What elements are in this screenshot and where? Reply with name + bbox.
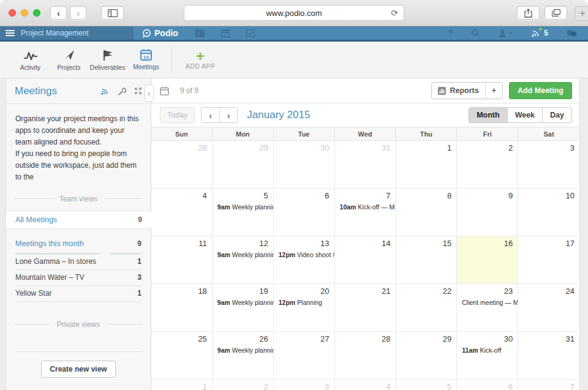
calendar-day-cell-25[interactable]: 25 (151, 332, 213, 380)
calendar-nav-icon[interactable] (221, 29, 230, 37)
workspace-switcher[interactable]: Project Management (0, 26, 134, 40)
reports-add-button[interactable]: + (485, 83, 502, 99)
calendar-day-cell-29-adjacent[interactable]: 29 (213, 141, 274, 189)
expand-icon[interactable] (134, 87, 142, 95)
calendar-day-cell-30-adjacent[interactable]: 30 (274, 141, 335, 189)
minimize-window-button[interactable] (21, 9, 28, 17)
add-meeting-button[interactable]: Add Meeting (509, 82, 572, 99)
podio-logo[interactable]: Podio (142, 26, 178, 40)
calendar-day-cell-31-adjacent[interactable]: 31 (335, 141, 396, 189)
calendar-day-cell-6-adjacent[interactable]: 6 (457, 380, 518, 390)
calendar-event[interactable]: 10am Kick-off — Mou (335, 203, 396, 211)
new-tab-button[interactable]: + (575, 6, 588, 21)
workspace-name[interactable]: Project Management (21, 29, 89, 37)
calendar-event[interactable]: 9am Weekly planning (213, 203, 273, 211)
close-window-button[interactable] (9, 9, 16, 17)
tasks-icon[interactable] (246, 29, 255, 37)
contacts-icon[interactable] (195, 29, 205, 37)
calendar-day-cell-21[interactable]: 21 (335, 284, 396, 332)
view-month-button[interactable]: Month (469, 108, 507, 122)
calendar-day-cell-22[interactable]: 22 (396, 284, 457, 332)
url-bar[interactable]: www.podio.com ⟳ (184, 5, 404, 21)
calendar-day-cell-10[interactable]: 10 (518, 189, 579, 236)
app-meetings[interactable]: 14 Meetings (127, 49, 165, 70)
follow-signal-icon[interactable] (100, 87, 110, 96)
calendar-event[interactable]: 11am Kick-off (457, 347, 518, 354)
calendar-day-cell-26[interactable]: 269am Weekly planning (213, 332, 274, 380)
sidebar-item-meetings-this-month[interactable]: Meetings this month 9 (15, 239, 141, 254)
sidebar-item-mountain-water[interactable]: Mountain Water – TV 3 (15, 270, 141, 286)
calendar-day-cell-29[interactable]: 29 (396, 332, 457, 380)
calendar-day-cell-15[interactable]: 15 (396, 236, 457, 284)
calendar-day-cell-6[interactable]: 6 (274, 189, 335, 236)
browser-forward-button[interactable]: › (70, 6, 86, 20)
share-button[interactable] (517, 6, 540, 20)
calendar-day-cell-28[interactable]: 28 (335, 332, 396, 380)
sidebar-collapse-tab[interactable]: ‹ (145, 84, 154, 102)
create-new-view-button[interactable]: Create new view (41, 361, 115, 378)
calendar-day-cell-31[interactable]: 31 (518, 332, 579, 380)
reload-icon[interactable]: ⟳ (391, 8, 398, 18)
today-button[interactable]: Today (160, 107, 195, 123)
calendar-day-cell-8[interactable]: 8 (396, 189, 457, 236)
calendar-day-cell-19[interactable]: 199am Weekly planning (213, 284, 274, 332)
app-deliverables[interactable]: Deliverables (88, 49, 127, 71)
calendar-day-cell-18[interactable]: 18 (151, 284, 213, 332)
chat-icon[interactable] (567, 29, 577, 37)
view-week-button[interactable]: Week (507, 108, 542, 122)
calendar-day-cell-1-adjacent[interactable]: 1 (151, 380, 213, 390)
calendar-event[interactable]: 9am Weekly planning (213, 347, 273, 354)
hamburger-icon[interactable] (6, 30, 15, 36)
zoom-window-button[interactable] (33, 9, 40, 17)
calendar-event[interactable]: 12pm Video shoot #1 (274, 251, 334, 258)
calendar-day-cell-3-adjacent[interactable]: 3 (274, 380, 335, 390)
help-icon[interactable]: ? (448, 28, 453, 38)
calendar-day-cell-14[interactable]: 14 (335, 236, 396, 284)
calendar-day-cell-23[interactable]: 23Client meeting — Mo (457, 284, 518, 332)
app-activity[interactable]: Activity (11, 49, 50, 71)
reports-button[interactable]: Reports (432, 83, 484, 99)
scrollbar-track[interactable] (579, 78, 588, 390)
calendar-day-cell-16[interactable]: 16 (457, 236, 518, 284)
next-month-button[interactable]: › (219, 108, 237, 122)
calendar-day-cell-3[interactable]: 3 (518, 141, 579, 189)
search-icon[interactable] (471, 29, 480, 37)
browser-back-button[interactable]: ‹ (50, 6, 67, 20)
calendar-day-cell-5-adjacent[interactable]: 5 (396, 380, 457, 390)
calendar-day-cell-17[interactable]: 17 (518, 236, 579, 284)
calendar-day-cell-4[interactable]: 4 (151, 189, 213, 236)
calendar-day-cell-7[interactable]: 710am Kick-off — Mou (335, 189, 396, 236)
calendar-view-icon[interactable] (160, 86, 169, 96)
view-day-button[interactable]: Day (542, 108, 571, 122)
calendar-day-cell-2[interactable]: 2 (457, 141, 518, 189)
calendar-event[interactable]: 9am Weekly planning (213, 251, 273, 258)
calendar-day-cell-1[interactable]: 1 (396, 141, 457, 189)
notifications-button[interactable]: 5 (531, 29, 548, 37)
calendar-day-cell-30[interactable]: 3011am Kick-off (457, 332, 518, 380)
tabs-overview-button[interactable] (545, 6, 567, 20)
sidebar-item-lone-gamma[interactable]: Lone Gamma – In stores 1 (15, 254, 141, 270)
calendar-day-cell-12[interactable]: 129am Weekly planning (213, 236, 274, 284)
app-projects[interactable]: Projects (50, 49, 88, 71)
calendar-day-cell-20[interactable]: 2012pm Planning (274, 284, 335, 332)
account-menu[interactable]: ▼ (498, 29, 513, 37)
calendar-day-cell-24[interactable]: 24 (518, 284, 579, 332)
sidebar-item-yellow-star[interactable]: Yellow Star 1 (15, 286, 141, 302)
calendar-day-cell-28-adjacent[interactable]: 28 (151, 141, 213, 189)
add-app-button[interactable]: + ADD APP (177, 50, 224, 70)
calendar-event[interactable]: Client meeting — Mo (457, 299, 518, 306)
calendar-event[interactable]: 9am Weekly planning (213, 299, 273, 306)
calendar-day-cell-5[interactable]: 59am Weekly planning (213, 189, 274, 236)
calendar-day-cell-2-adjacent[interactable]: 2 (213, 380, 274, 390)
calendar-day-cell-27[interactable]: 27 (274, 332, 335, 380)
calendar-day-cell-11[interactable]: 11 (151, 236, 213, 284)
browser-sidebar-button[interactable] (101, 6, 124, 20)
calendar-event[interactable]: 12pm Planning (274, 299, 334, 306)
calendar-day-cell-7-adjacent[interactable]: 7 (518, 380, 579, 390)
sidebar-item-all-meetings[interactable]: All Meetings 9 (6, 211, 151, 229)
calendar-day-cell-13[interactable]: 1312pm Video shoot #1 (274, 236, 335, 284)
wrench-icon[interactable] (118, 87, 126, 96)
calendar-day-cell-4-adjacent[interactable]: 4 (335, 380, 396, 390)
prev-month-button[interactable]: ‹ (202, 108, 219, 122)
calendar-day-cell-9[interactable]: 9 (457, 189, 518, 236)
